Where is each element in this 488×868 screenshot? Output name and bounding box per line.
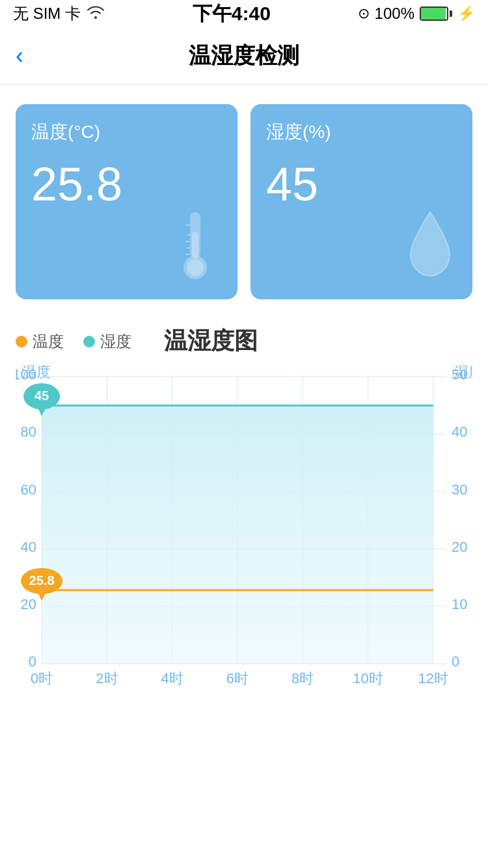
y-label-80: 80 bbox=[21, 424, 37, 440]
x-label-12h: 12时 bbox=[418, 670, 449, 686]
legend-humidity: 湿度 bbox=[83, 331, 131, 352]
humidity-area bbox=[42, 405, 433, 664]
chart-container: 温度 湿度 100 80 60 40 20 0 50 40 30 20 10 0 bbox=[16, 364, 472, 690]
main-content: 温度(°C) 25.8 bbox=[0, 85, 488, 703]
humidity-bubble-value: 45 bbox=[34, 388, 49, 403]
legend-temperature: 温度 bbox=[16, 331, 64, 352]
temperature-label: 温度(°C) bbox=[31, 120, 222, 144]
legend-temp-dot bbox=[16, 336, 27, 347]
chart-header: 温度 湿度 温湿度图 bbox=[16, 325, 472, 357]
page-title: 温湿度检测 bbox=[189, 41, 299, 71]
wifi-icon bbox=[86, 5, 105, 23]
y-label-20: 20 bbox=[21, 596, 37, 612]
y-right-20: 20 bbox=[452, 539, 468, 555]
battery-percent: 100% bbox=[375, 5, 414, 23]
battery-icon bbox=[420, 7, 452, 21]
temperature-humidity-chart: 温度 湿度 100 80 60 40 20 0 50 40 30 20 10 0 bbox=[16, 364, 472, 690]
x-label-8h: 8时 bbox=[291, 670, 314, 686]
back-button[interactable]: ‹ bbox=[16, 42, 23, 70]
nav-bar: ‹ 温湿度检测 bbox=[0, 27, 488, 85]
cards-row: 温度(°C) 25.8 bbox=[16, 104, 472, 299]
thermometer-icon bbox=[166, 206, 224, 286]
humidity-label: 湿度(%) bbox=[266, 120, 457, 144]
y-label-60: 60 bbox=[21, 481, 37, 498]
humidity-card: 湿度(%) 45 bbox=[251, 104, 472, 299]
x-label-6h: 6时 bbox=[226, 670, 249, 686]
legend-temp-label: 温度 bbox=[33, 331, 64, 352]
x-label-4h: 4时 bbox=[161, 670, 183, 686]
y-label-40: 40 bbox=[21, 539, 37, 555]
status-bar: 无 SIM 卡 下午4:40 ⊙ 100% ⚡ bbox=[0, 0, 488, 27]
x-label-2h: 2时 bbox=[96, 670, 118, 686]
status-right: ⊙ 100% ⚡ bbox=[358, 5, 475, 23]
svg-rect-2 bbox=[192, 232, 198, 259]
x-label-10h: 10时 bbox=[353, 670, 383, 686]
legend-humid-label: 湿度 bbox=[100, 331, 131, 352]
temperature-value: 25.8 bbox=[31, 157, 222, 211]
humidity-value: 45 bbox=[266, 157, 457, 211]
no-sim-text: 无 SIM 卡 bbox=[13, 3, 81, 24]
status-left: 无 SIM 卡 bbox=[13, 3, 105, 24]
y-right-10: 10 bbox=[452, 596, 468, 612]
status-time: 下午4:40 bbox=[193, 1, 271, 27]
temperature-bubble-value: 25.8 bbox=[29, 573, 55, 588]
temperature-card: 温度(°C) 25.8 bbox=[16, 104, 237, 299]
droplet-icon bbox=[401, 206, 459, 286]
y-right-40: 40 bbox=[452, 424, 468, 440]
y-right-30: 30 bbox=[452, 481, 468, 498]
charging-icon: ⚡ bbox=[457, 5, 475, 22]
legend-humid-dot bbox=[83, 336, 95, 347]
x-label-0h: 0时 bbox=[31, 670, 53, 686]
y-right-50: 50 bbox=[452, 366, 468, 383]
chart-title: 温湿度图 bbox=[164, 325, 258, 357]
svg-point-3 bbox=[187, 259, 204, 276]
y-label-0: 0 bbox=[29, 653, 36, 670]
y-label-100: 100 bbox=[16, 366, 36, 383]
lock-icon: ⊙ bbox=[358, 5, 370, 22]
y-right-0: 0 bbox=[452, 653, 459, 670]
